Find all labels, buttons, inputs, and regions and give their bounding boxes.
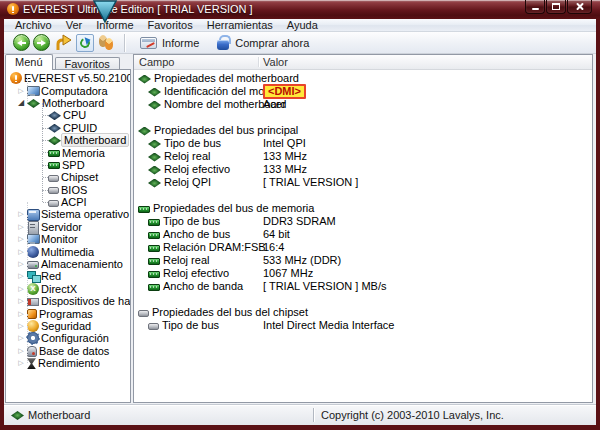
- column-campo[interactable]: Campo: [139, 56, 174, 69]
- tree-item-motherboard[interactable]: Motherboard: [6, 134, 130, 146]
- tree-item-sistema-operativo[interactable]: ▷Sistema operativo: [6, 208, 130, 220]
- tree-item-chipset[interactable]: Chipset: [6, 171, 130, 183]
- collapse-icon[interactable]: ◢: [15, 97, 27, 109]
- tab-menu[interactable]: Menú: [5, 54, 53, 70]
- tree-item-almacenamiento[interactable]: ▷Almacenamiento: [6, 258, 130, 270]
- mobo-icon: [27, 99, 40, 108]
- tree-item-bios[interactable]: BIOS: [6, 184, 130, 196]
- comprar-ahora-button[interactable]: Comprar ahora: [209, 33, 316, 52]
- expand-icon[interactable]: ▷: [15, 308, 27, 320]
- row-identificacion-del-motherbo[interactable]: Identificación del motherbo...<DMI>: [134, 85, 592, 98]
- column-divider[interactable]: [258, 57, 259, 67]
- expand-icon[interactable]: ▷: [15, 295, 27, 307]
- server-icon: [27, 221, 39, 233]
- tree-item-cpu[interactable]: CPU: [6, 109, 130, 121]
- expand-icon[interactable]: ▷: [15, 246, 27, 258]
- os-icon: [27, 208, 39, 220]
- tree-item-multimedia[interactable]: ▷Multimedia: [6, 245, 130, 257]
- refresh-icon: [79, 36, 92, 49]
- list-header[interactable]: Campo Valor: [134, 55, 592, 70]
- chip-icon: [48, 187, 59, 194]
- row-tipo-de-bus[interactable]: Tipo de busIntel QPI: [134, 137, 592, 150]
- tree-guide-line: [42, 103, 43, 115]
- expand-icon[interactable]: ▷: [15, 320, 27, 332]
- chip-icon: [138, 310, 149, 317]
- menu-ayuda[interactable]: Ayuda: [280, 19, 325, 32]
- menu-ver[interactable]: Ver: [59, 19, 90, 32]
- tree-item-programas[interactable]: ▷Programas: [6, 307, 130, 319]
- minimize-button[interactable]: [525, 0, 545, 14]
- tree-item-label: Almacenamiento: [39, 258, 125, 270]
- refresh-button[interactable]: [76, 34, 94, 52]
- row-reloj-real[interactable]: Reloj real533 MHz (DDR): [134, 254, 592, 267]
- back-button[interactable]: [13, 34, 30, 51]
- row-reloj-efectivo[interactable]: Reloj efectivo133 MHz: [134, 163, 592, 176]
- mem-icon: [148, 245, 160, 252]
- tree-item-label: CPU: [61, 109, 88, 121]
- section-header-propiedades-del-bus-principal[interactable]: Propiedades del bus principal: [134, 124, 592, 137]
- maximize-button[interactable]: [546, 0, 566, 14]
- tree-item-red[interactable]: ▷Red: [6, 270, 130, 282]
- section-header-propiedades-del-bus-de-memoria[interactable]: Propiedades del bus de memoria: [134, 202, 592, 215]
- expand-icon[interactable]: ▷: [15, 258, 27, 270]
- section-header-propiedades-del-motherboard[interactable]: Propiedades del motherboard: [134, 72, 592, 85]
- row-ancho-de-bus[interactable]: Ancho de bus64 bit: [134, 228, 592, 241]
- tree-item-directx[interactable]: ▷DirectX: [6, 283, 130, 295]
- tree-guide-line: [42, 140, 43, 152]
- tree-item-rendimiento[interactable]: ▷Rendimiento: [6, 357, 130, 369]
- tree-item-label: ACPI: [59, 196, 89, 208]
- tree-item-base-de-datos[interactable]: ▷Base de datos: [6, 345, 130, 357]
- expand-icon[interactable]: ▷: [15, 208, 27, 220]
- tree-item-computadora[interactable]: ▷Computadora: [6, 84, 130, 96]
- tree-item-memoria[interactable]: Memoria: [6, 146, 130, 158]
- menu-herramientas[interactable]: Herramientas: [200, 19, 280, 32]
- tree-item-dispositivos-de-hardware[interactable]: ▷Dispositivos de hardware: [6, 295, 130, 307]
- close-button[interactable]: [567, 0, 592, 14]
- column-valor[interactable]: Valor: [263, 56, 288, 69]
- field-label: Ancho de banda: [163, 280, 243, 293]
- row-nombre-del-motherboard[interactable]: Nombre del motherboardAcer: [134, 98, 592, 111]
- tree-item-label: EVEREST v5.50.2100: [22, 72, 131, 84]
- report-wizard-button[interactable]: [54, 34, 72, 52]
- expand-icon[interactable]: ▷: [15, 332, 27, 344]
- tree-item-configuracion[interactable]: ▷Configuración: [6, 332, 130, 344]
- tree-item-everest-v5-50-2100[interactable]: EVEREST v5.50.2100: [6, 72, 130, 84]
- row-ancho-de-banda[interactable]: Ancho de banda[ TRIAL VERSION ] MB/s: [134, 280, 592, 293]
- expand-icon[interactable]: ▷: [15, 221, 27, 233]
- section-title: Propiedades del bus principal: [154, 124, 298, 137]
- tree-item-acpi[interactable]: ACPI: [6, 196, 130, 208]
- field-value: [ TRIAL VERSION ] MB/s: [263, 280, 386, 293]
- expand-icon[interactable]: ▷: [15, 233, 27, 245]
- expand-icon[interactable]: ▷: [15, 357, 27, 369]
- menu-archivo[interactable]: Archivo: [8, 19, 59, 32]
- row-relacion-dram-fsb[interactable]: Relación DRAM:FSB16:4: [134, 241, 592, 254]
- tree-item-label: Motherboard: [61, 133, 129, 147]
- programs-icon: [27, 309, 37, 319]
- informe-button[interactable]: Informe: [133, 35, 206, 51]
- expand-icon[interactable]: ▷: [15, 270, 27, 282]
- expand-icon[interactable]: ▷: [15, 345, 27, 357]
- row-tipo-de-bus[interactable]: Tipo de busDDR3 SDRAM: [134, 215, 592, 228]
- menu-favoritos[interactable]: Favoritos: [141, 19, 200, 32]
- tree-item-servidor[interactable]: ▷Servidor: [6, 221, 130, 233]
- field-label: Reloj real: [163, 254, 209, 267]
- expand-icon[interactable]: ▷: [15, 283, 27, 295]
- tree-item-spd[interactable]: SPD: [6, 159, 130, 171]
- section-header-propiedades-del-bus-del-chipset[interactable]: Propiedades del bus del chipset: [134, 306, 592, 319]
- row-tipo-de-bus[interactable]: Tipo de busIntel Direct Media Interface: [134, 319, 592, 332]
- section-propiedades-del-bus-principal: Propiedades del bus principalTipo de bus…: [134, 124, 592, 189]
- expand-icon[interactable]: ▷: [15, 85, 27, 97]
- row-reloj-qpi[interactable]: Reloj QPI[ TRIAL VERSION ]: [134, 176, 592, 189]
- row-reloj-efectivo[interactable]: Reloj efectivo1067 MHz: [134, 267, 592, 280]
- row-reloj-real[interactable]: Reloj real133 MHz: [134, 150, 592, 163]
- tree-item-motherboard[interactable]: ◢Motherboard: [6, 97, 130, 109]
- tree-item-seguridad[interactable]: ▷Seguridad: [6, 320, 130, 332]
- mobo-icon: [148, 88, 161, 97]
- users-button[interactable]: [97, 34, 116, 51]
- tree-item-monitor[interactable]: ▷Monitor: [6, 233, 130, 245]
- field-value: 133 MHz: [263, 150, 307, 163]
- field-label: Ancho de bus: [163, 228, 230, 241]
- forward-button[interactable]: [33, 34, 50, 51]
- tree-item-cpuid[interactable]: CPUID: [6, 122, 130, 134]
- config-icon: [27, 332, 39, 344]
